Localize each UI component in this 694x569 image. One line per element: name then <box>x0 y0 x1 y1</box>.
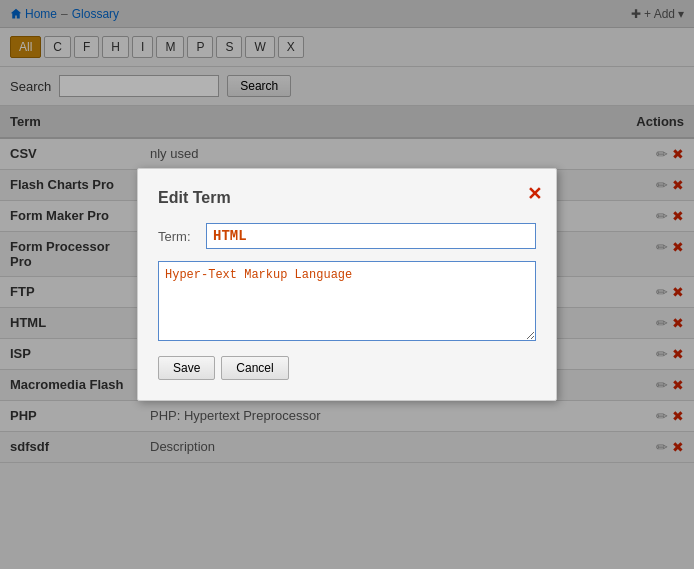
modal-close-button[interactable]: ✕ <box>527 183 542 205</box>
modal-title: Edit Term <box>158 189 536 207</box>
term-field-label: Term: <box>158 229 198 244</box>
edit-term-modal: Edit Term ✕ Term: Save Cancel <box>137 168 557 401</box>
cancel-button[interactable]: Cancel <box>221 356 288 380</box>
definition-field <box>158 261 536 344</box>
definition-textarea[interactable] <box>158 261 536 341</box>
modal-actions: Save Cancel <box>158 356 536 380</box>
term-field-row: Term: <box>158 223 536 249</box>
modal-overlay: Edit Term ✕ Term: Save Cancel <box>0 0 694 569</box>
term-input[interactable] <box>206 223 536 249</box>
save-button[interactable]: Save <box>158 356 215 380</box>
